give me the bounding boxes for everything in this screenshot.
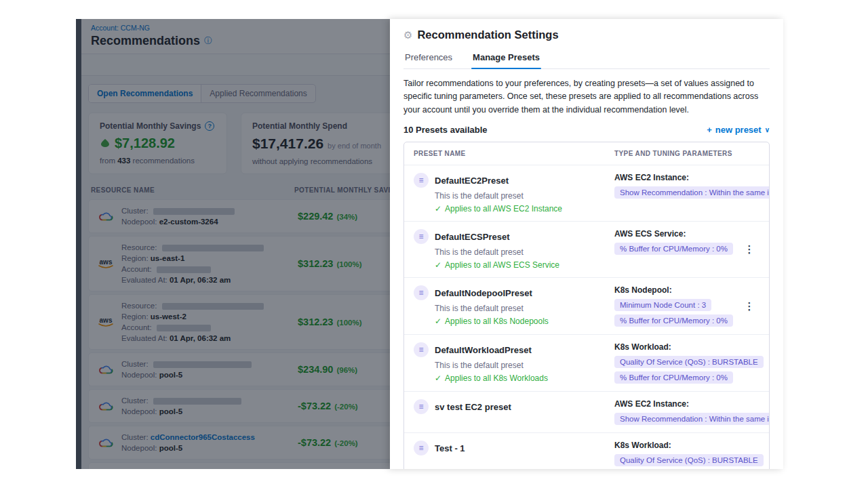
applies-text: Applies to all AWS EC2 Instance	[445, 204, 562, 214]
preset-name-cell: ≡Test - 1	[414, 441, 614, 455]
row-menu-button[interactable]: ⋮	[764, 359, 770, 368]
preset-rows: ≡DefaultEC2PresetThis is the default pre…	[404, 165, 769, 469]
settings-tabs: Preferences Manage Presets	[403, 52, 770, 69]
recommendation-settings-drawer: ⚙ Recommendation Settings Preferences Ma…	[390, 19, 783, 469]
plus-icon: +	[707, 125, 712, 135]
preset-list-icon: ≡	[414, 342, 429, 357]
preset-type: K8s Workload:	[614, 342, 764, 352]
recommendations-page: Account: CCM-NG Recommendations ⓘ Open R…	[76, 19, 390, 469]
gear-icon: ⚙	[403, 29, 412, 41]
preset-name-cell: ≡DefaultEC2PresetThis is the default pre…	[414, 173, 614, 214]
preset-list-icon: ≡	[414, 173, 429, 188]
check-icon: ✓	[435, 317, 441, 326]
preset-name-cell: ≡DefaultECSPresetThis is the default pre…	[414, 229, 614, 270]
preset-name-cell: ≡DefaultWorkloadPresetThis is the defaul…	[414, 342, 614, 383]
tab-preferences[interactable]: Preferences	[403, 52, 454, 68]
preset-params-cell: AWS EC2 Instance:Show Recommendation : W…	[614, 173, 770, 199]
presets-count: 10 Presets available	[403, 125, 488, 135]
preset-row: ≡DefaultEC2PresetThis is the default pre…	[404, 165, 769, 221]
presets-description: Tailor recommendations to your preferenc…	[403, 77, 770, 117]
drawer-title: Recommendation Settings	[417, 28, 558, 41]
tuning-parameter-badge: Show Recommendation : Within the same in…	[614, 413, 770, 425]
preset-name: DefaultWorkloadPreset	[435, 345, 532, 355]
new-preset-button[interactable]: + new preset ∨	[707, 125, 770, 135]
column-type-tuning-parameters: TYPE AND TUNING PARAMETERS	[614, 150, 760, 157]
row-menu-button[interactable]: ⋮	[739, 302, 760, 311]
presets-table: PRESET NAME TYPE AND TUNING PARAMETERS ≡…	[403, 142, 770, 469]
preset-name: DefaultECSPreset	[435, 232, 510, 242]
preset-name: sv test EC2 preset	[435, 402, 511, 412]
preset-name-cell: ≡DefaultNodepoolPresetThis is the defaul…	[414, 285, 614, 326]
tuning-parameter-badge: % Buffer for CPU/Memory : 0%	[614, 371, 733, 384]
preset-params-cell: K8s Nodepool:Minimum Node Count : 3% Buf…	[614, 285, 739, 327]
preset-params-cell: AWS EC2 Instance:Show Recommendation : W…	[614, 399, 770, 425]
row-menu-button[interactable]: ⋮	[739, 245, 760, 254]
preset-applies: ✓Applies to all K8s Workloads	[435, 373, 608, 383]
tuning-parameter-badge: Show Recommendation : Within the same in…	[614, 186, 770, 199]
tuning-parameter-badge: Minimum Node Count : 3	[614, 299, 711, 311]
preset-description: This is the default preset	[435, 304, 608, 313]
preset-applies: ✓Applies to all AWS EC2 Instance	[435, 204, 608, 214]
preset-list-icon: ≡	[414, 399, 429, 414]
preset-applies: ✓Applies to all K8s Nodepools	[435, 317, 608, 326]
preset-type: K8s Nodepool:	[614, 285, 739, 295]
presets-table-header: PRESET NAME TYPE AND TUNING PARAMETERS	[404, 142, 769, 165]
preset-name: DefaultNodepoolPreset	[435, 288, 532, 298]
check-icon: ✓	[435, 373, 441, 383]
preset-params-cell: AWS ECS Service:% Buffer for CPU/Memory …	[614, 229, 739, 255]
preset-list-icon: ≡	[414, 285, 429, 300]
preset-params-cell: K8s Workload:Quality Of Service (QoS) : …	[614, 441, 764, 469]
preset-type: K8s Workload:	[614, 441, 764, 450]
app-screenshot: Account: CCM-NG Recommendations ⓘ Open R…	[76, 19, 783, 469]
preset-description: This is the default preset	[435, 361, 608, 370]
dim-overlay	[76, 19, 390, 469]
preset-list-icon: ≡	[414, 229, 429, 244]
preset-row: ≡DefaultNodepoolPresetThis is the defaul…	[404, 277, 769, 334]
preset-row: ≡DefaultECSPresetThis is the default pre…	[404, 221, 769, 277]
tuning-parameter-badge: % Buffer for CPU/Memory : 0%	[614, 243, 733, 255]
preset-row: ≡Test - 1K8s Workload:Quality Of Service…	[404, 432, 769, 469]
chevron-down-icon: ∨	[765, 126, 770, 134]
preset-name-cell: ≡sv test EC2 preset	[414, 399, 614, 414]
preset-params-cell: K8s Workload:Quality Of Service (QoS) : …	[614, 342, 764, 384]
applies-text: Applies to all K8s Workloads	[445, 373, 548, 383]
tuning-parameter-badge: Quality Of Service (QoS) : BURSTABLE	[614, 454, 764, 466]
applies-text: Applies to all K8s Nodepools	[445, 317, 549, 326]
column-preset-name: PRESET NAME	[414, 150, 614, 157]
preset-type: AWS EC2 Instance:	[614, 173, 770, 182]
row-menu-button[interactable]: ⋮	[764, 457, 770, 466]
preset-row: ≡DefaultWorkloadPresetThis is the defaul…	[404, 334, 769, 391]
preset-name: DefaultEC2Preset	[435, 176, 509, 186]
check-icon: ✓	[435, 260, 441, 270]
preset-description: This is the default preset	[435, 247, 608, 257]
preset-name: Test - 1	[435, 443, 465, 453]
preset-type: AWS EC2 Instance:	[614, 399, 770, 409]
preset-type: AWS ECS Service:	[614, 229, 739, 239]
tuning-parameter-badge: Quality Of Service (QoS) : BURSTABLE	[614, 356, 764, 368]
preset-description: This is the default preset	[435, 191, 608, 201]
tuning-parameter-badge: % Buffer for CPU/Memory : 0%	[614, 314, 733, 327]
check-icon: ✓	[435, 204, 441, 214]
applies-text: Applies to all AWS ECS Service	[445, 260, 559, 270]
preset-row: ≡sv test EC2 presetAWS EC2 Instance:Show…	[404, 391, 769, 432]
tab-manage-presets[interactable]: Manage Presets	[471, 52, 541, 68]
preset-list-icon: ≡	[414, 441, 429, 455]
preset-applies: ✓Applies to all AWS ECS Service	[435, 260, 608, 270]
